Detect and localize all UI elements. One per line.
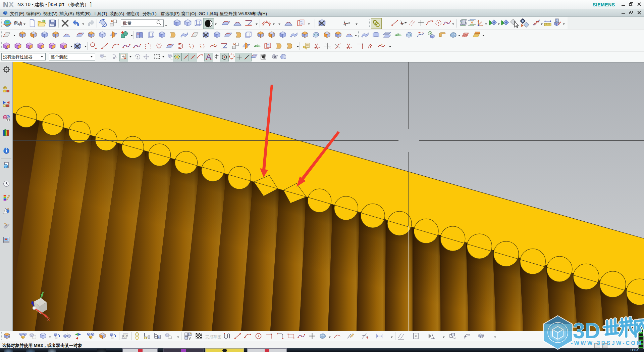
svg-text:Y: Y [42, 291, 45, 296]
svg-text:X: X [47, 317, 50, 322]
